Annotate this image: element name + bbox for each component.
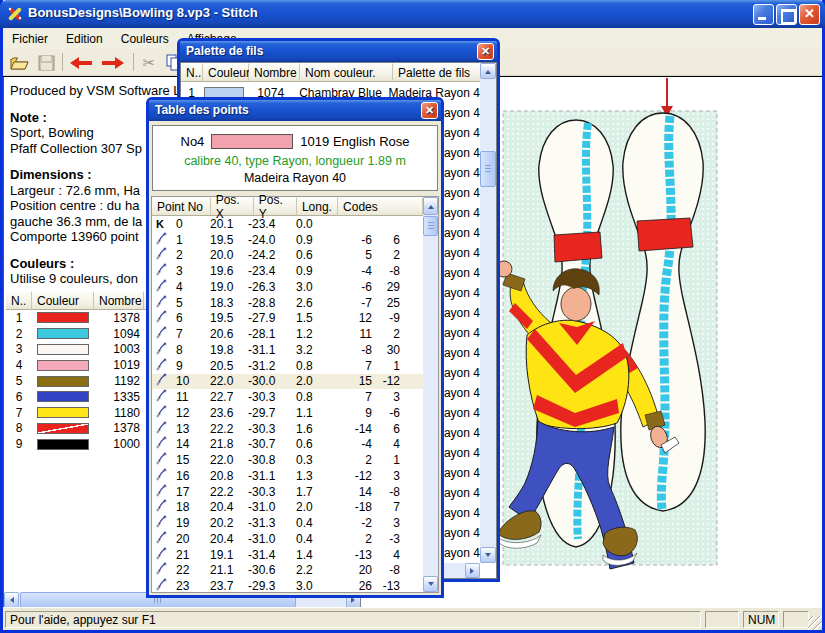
point-pos-y: -23.4	[248, 217, 292, 231]
stitch-icon	[152, 515, 176, 531]
point-row[interactable]: 6 19.5 -27.9 1.5 12 -9	[152, 311, 423, 327]
point-row[interactable]: 4 19.0 -26.3 3.0 -6 29	[152, 279, 423, 295]
pal-col-n[interactable]: N..	[181, 63, 203, 82]
pal-col-couleur[interactable]: Couleur	[203, 63, 249, 82]
point-code-2: -13	[372, 579, 400, 592]
point-row[interactable]: 10 22.0 -30.0 2.0 15 -12	[152, 374, 423, 390]
point-row[interactable]: 16 20.8 -31.1 1.3 -12 3	[152, 468, 423, 484]
point-number: 4	[176, 280, 204, 294]
point-row[interactable]: 11 22.7 -30.3 0.8 7 3	[152, 389, 423, 405]
point-code-1: 12	[334, 311, 372, 325]
points-scroll-up-button[interactable]	[423, 197, 438, 215]
stitch-icon	[152, 232, 176, 248]
point-pos-x: 23.7	[204, 579, 248, 592]
col-header-nombre[interactable]: Nombre	[94, 291, 144, 310]
palette-vscrollbar[interactable]	[480, 63, 496, 563]
point-row[interactable]: 2 20.0 -24.2 0.6 5 2	[152, 248, 423, 264]
point-pos-y: -30.6	[248, 563, 292, 577]
point-pos-x: 20.4	[204, 532, 248, 546]
menu-item[interactable]: Couleurs	[112, 29, 178, 49]
palette-close-icon[interactable]	[477, 43, 494, 60]
point-length: 0.8	[292, 359, 334, 373]
scroll-left-button[interactable]	[4, 592, 19, 608]
palette-scroll-up-button[interactable]	[480, 63, 496, 79]
points-vscroll-thumb[interactable]	[423, 216, 438, 236]
back-arrow-icon[interactable]	[67, 52, 95, 73]
point-row[interactable]: 5 18.3 -28.8 2.6 -7 25	[152, 295, 423, 311]
point-length: 2.0	[292, 500, 334, 514]
point-length: 2.2	[292, 563, 334, 577]
point-pos-y: -23.4	[248, 264, 292, 278]
pal-col-palette[interactable]: Palette de fils	[393, 63, 482, 82]
cut-icon[interactable]: ✂	[138, 52, 160, 73]
point-row[interactable]: 19 20.2 -31.3 0.4 -2 3	[152, 515, 423, 531]
point-row[interactable]: K 0 20.1 -23.4 0.0	[152, 216, 423, 232]
points-scroll-down-button[interactable]	[423, 576, 438, 592]
palette-vscroll-thumb[interactable]	[480, 151, 496, 187]
col-header-n[interactable]: N..	[6, 291, 32, 310]
palette-title-bar[interactable]: Palette de fils	[180, 41, 497, 62]
stitch-icon	[152, 310, 176, 326]
point-row[interactable]: 3 19.6 -23.4 0.9 -4 -8	[152, 263, 423, 279]
point-row[interactable]: 1 19.5 -24.0 0.9 -6 6	[152, 232, 423, 248]
point-pos-y: -29.3	[248, 579, 292, 592]
col-pos-y[interactable]: Pos. Y	[254, 197, 297, 216]
point-number: 19	[176, 516, 204, 530]
selected-thread-palette: Madeira Rayon 40	[153, 171, 437, 185]
point-code-1: 15	[334, 374, 372, 388]
title-bar[interactable]: BonusDesigns\Bowling 8.vp3 - Stitch	[0, 0, 825, 28]
point-code-2: -9	[372, 311, 400, 325]
point-code-2: -8	[372, 264, 400, 278]
point-row[interactable]: 17 22.2 -30.3 1.7 14 -8	[152, 484, 423, 500]
point-row[interactable]: 23 23.7 -29.3 3.0 26 -13	[152, 578, 423, 592]
points-vscrollbar[interactable]	[423, 197, 438, 592]
col-header-couleur[interactable]: Couleur	[32, 291, 94, 310]
point-row[interactable]: 13 22.2 -30.3 1.6 -14 6	[152, 421, 423, 437]
point-row[interactable]: 15 22.0 -30.8 0.3 2 1	[152, 452, 423, 468]
minimize-button[interactable]	[753, 4, 774, 25]
pal-col-nombre[interactable]: Nombre	[249, 63, 300, 82]
stitch-icon: K	[152, 217, 176, 231]
col-point-no[interactable]: Point No	[152, 197, 211, 216]
save-icon[interactable]	[35, 52, 57, 73]
point-row[interactable]: 14 21.8 -30.7 0.6 -4 4	[152, 437, 423, 453]
point-row[interactable]: 12 23.6 -29.7 1.1 9 -6	[152, 405, 423, 421]
menu-item[interactable]: Fichier	[3, 29, 57, 49]
menu-item[interactable]: Edition	[57, 29, 112, 49]
point-length: 1.5	[292, 311, 334, 325]
palette-scroll-down-button[interactable]	[480, 547, 496, 563]
point-code-2: 4	[372, 437, 400, 451]
stitch-icon	[152, 452, 176, 468]
points-close-icon[interactable]	[421, 102, 438, 119]
palette-scroll-right-button[interactable]	[465, 563, 480, 578]
point-code-1: -6	[334, 280, 372, 294]
point-number: 21	[176, 548, 204, 562]
point-pos-x: 19.6	[204, 264, 248, 278]
point-row[interactable]: 20 20.4 -31.0 0.4 2 -3	[152, 531, 423, 547]
forward-arrow-icon[interactable]	[99, 52, 127, 73]
col-long[interactable]: Long.	[297, 197, 338, 216]
point-row[interactable]: 18 20.4 -31.0 2.0 -18 7	[152, 500, 423, 516]
point-code-2: -8	[372, 563, 400, 577]
open-icon[interactable]	[8, 52, 30, 73]
point-pos-y: -24.2	[248, 248, 292, 262]
point-row[interactable]: 8 19.8 -31.1 3.2 -8 30	[152, 342, 423, 358]
points-title-bar[interactable]: Table des points	[149, 100, 441, 121]
col-codes[interactable]: Codes	[338, 197, 423, 216]
point-pos-x: 23.6	[204, 406, 248, 420]
point-pos-y: -31.1	[248, 343, 292, 357]
point-pos-x: 19.1	[204, 548, 248, 562]
point-length: 3.0	[292, 579, 334, 592]
point-row[interactable]: 7 20.6 -28.1 1.2 11 2	[152, 326, 423, 342]
pal-col-nom[interactable]: Nom couleur.	[300, 63, 393, 82]
color-swatch	[37, 391, 89, 402]
close-button[interactable]	[799, 4, 820, 25]
maximize-button[interactable]	[776, 4, 797, 25]
resize-grip[interactable]	[808, 616, 822, 630]
col-pos-x[interactable]: Pos. X	[211, 197, 254, 216]
point-row[interactable]: 21 19.1 -31.4 1.4 -13 4	[152, 547, 423, 563]
point-row[interactable]: 22 21.1 -30.6 2.2 20 -8	[152, 563, 423, 579]
point-row[interactable]: 9 20.5 -31.2 0.8 7 1	[152, 358, 423, 374]
color-number: 1019	[94, 358, 144, 372]
status-cell-1	[705, 611, 739, 628]
